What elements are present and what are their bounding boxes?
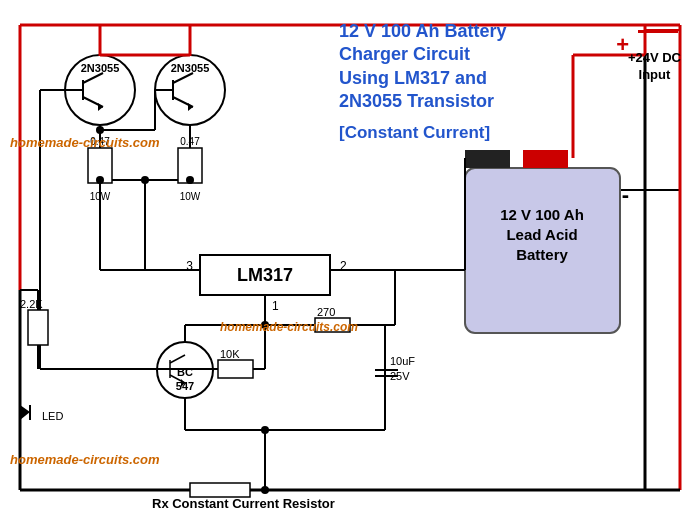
dc-input-label: +24V DCInput [628, 50, 681, 84]
svg-point-116 [261, 426, 269, 434]
title-constant: [Constant Current] [339, 122, 569, 144]
watermark-bottom: homemade-circuits.com [10, 452, 160, 467]
title-line4: 2N3055 Transistor [339, 91, 494, 111]
title-line2: Charger Circuit [339, 44, 470, 64]
svg-text:547: 547 [176, 380, 194, 392]
svg-point-118 [96, 126, 104, 134]
minus-sign: - [622, 182, 629, 208]
svg-rect-85 [28, 310, 48, 345]
watermark-top: homemade-circuits.com [10, 135, 160, 150]
svg-point-120 [186, 176, 194, 184]
circuit-diagram: 12 V 100 Ah Lead Acid Battery Rx Constan… [0, 0, 689, 527]
svg-text:1: 1 [272, 299, 279, 313]
svg-text:2N3055: 2N3055 [171, 62, 210, 74]
svg-text:10K: 10K [220, 348, 240, 360]
svg-text:Battery: Battery [516, 246, 568, 263]
svg-rect-12 [465, 150, 510, 168]
svg-text:25V: 25V [390, 370, 410, 382]
svg-text:2N3055: 2N3055 [81, 62, 120, 74]
svg-text:BC: BC [177, 366, 193, 378]
svg-point-117 [261, 486, 269, 494]
svg-text:10uF: 10uF [390, 355, 415, 367]
svg-text:LED: LED [42, 410, 63, 422]
svg-text:Rx  Constant Current Resistor: Rx Constant Current Resistor [152, 496, 335, 511]
svg-marker-87 [20, 405, 30, 420]
svg-text:270: 270 [317, 306, 335, 318]
svg-rect-19 [190, 483, 250, 497]
svg-text:LM317: LM317 [237, 265, 293, 285]
title-line1: 12 V 100 Ah Battery [339, 21, 506, 41]
svg-rect-98 [218, 360, 253, 378]
svg-text:12 V 100 Ah: 12 V 100 Ah [500, 206, 584, 223]
svg-text:2.2K: 2.2K [20, 298, 43, 310]
main-container: 12 V 100 Ah Lead Acid Battery Rx Constan… [0, 0, 689, 527]
svg-text:0.47: 0.47 [180, 136, 200, 147]
watermark-mid: homemade-circuits.com [220, 320, 358, 334]
circuit-title: 12 V 100 Ah Battery Charger Circuit Usin… [339, 20, 569, 144]
svg-text:10W: 10W [180, 191, 201, 202]
plus-sign: + [616, 32, 629, 58]
svg-text:Lead Acid: Lead Acid [506, 226, 577, 243]
svg-text:10W: 10W [90, 191, 111, 202]
title-line3: Using LM317 and [339, 68, 487, 88]
svg-point-119 [96, 176, 104, 184]
svg-rect-13 [523, 150, 568, 168]
